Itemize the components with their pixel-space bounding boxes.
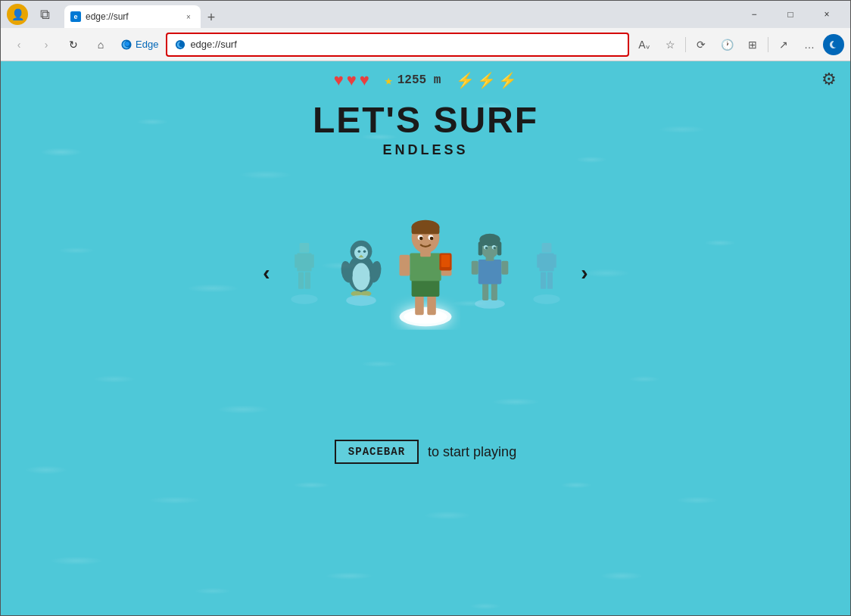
svg-rect-46 [501, 261, 508, 275]
svg-rect-6 [298, 272, 304, 288]
character-girl[interactable] [466, 232, 514, 314]
game-title: LET'S SURF [1, 99, 850, 141]
nav-tools: Aᵥ ☆ ⟳ 🕐 ⊞ ↗ … [632, 33, 844, 57]
svg-point-41 [475, 299, 505, 309]
address-favicon [175, 39, 185, 50]
svg-rect-62 [547, 272, 553, 288]
game-content[interactable]: ⚙ ♥ ♥ ♥ ★ 1255 m ⚡ ⚡ ⚡ LET'S SURF ENDLES… [1, 61, 850, 615]
svg-rect-4 [295, 254, 299, 268]
nav-divider [685, 37, 686, 52]
svg-rect-45 [472, 261, 478, 275]
tab-close-button[interactable]: × [182, 11, 195, 23]
read-aloud-button[interactable]: Aᵥ [632, 33, 656, 57]
lightning-2: ⚡ [477, 71, 496, 89]
lightning-1: ⚡ [456, 71, 475, 89]
close-button[interactable]: × [809, 2, 844, 26]
character-penguin[interactable] [338, 232, 385, 314]
svg-rect-57 [542, 243, 552, 253]
copilot-button[interactable] [823, 34, 844, 55]
svg-point-55 [485, 247, 488, 250]
svg-point-56 [494, 247, 497, 250]
address-bar[interactable]: edge://surf [166, 33, 629, 57]
browser-refresh-button[interactable]: ⟳ [689, 33, 713, 57]
window-controls: − □ × [737, 2, 844, 26]
svg-rect-2 [300, 243, 310, 253]
game-subtitle: ENDLESS [1, 142, 850, 158]
character-ghost2[interactable] [528, 240, 565, 306]
character-penguin-sprite [338, 232, 385, 314]
collections-button[interactable]: ⧉ [34, 4, 55, 25]
svg-rect-61 [541, 272, 546, 288]
edge-logo: Edge [116, 39, 163, 51]
tab-title: edge://surf [86, 11, 178, 22]
profile-icon: 👤 [11, 8, 24, 20]
svg-rect-59 [537, 254, 541, 268]
maximize-button[interactable]: □ [773, 2, 808, 26]
minimize-button[interactable]: − [737, 2, 772, 26]
svg-point-24 [404, 310, 447, 323]
svg-rect-28 [410, 254, 441, 282]
svg-rect-34 [412, 226, 440, 235]
tab-favicon: e [70, 11, 81, 22]
score-value: 1255 m [397, 73, 441, 87]
collections-icon: ⧉ [40, 7, 50, 23]
carousel-next-button[interactable]: › [569, 258, 600, 288]
hearts-display: ♥ ♥ ♥ [334, 70, 369, 90]
star-icon: ★ [385, 72, 393, 89]
title-bar: 👤 ⧉ e edge://surf × + − □ × [1, 1, 850, 28]
svg-point-16 [363, 250, 366, 253]
address-bar-container: edge://surf [166, 33, 629, 57]
svg-rect-42 [482, 282, 488, 300]
heart-3: ♥ [360, 70, 369, 90]
lightning-display: ⚡ ⚡ ⚡ [456, 71, 517, 89]
url-text: edge://surf [190, 39, 620, 50]
game-hud: ♥ ♥ ♥ ★ 1255 m ⚡ ⚡ ⚡ [1, 70, 850, 90]
browser-window: 👤 ⧉ e edge://surf × + − □ × ‹ › ↻ ⌂ [0, 0, 851, 616]
character-ghost1-sprite [286, 240, 323, 306]
history-button[interactable]: 🕐 [715, 33, 739, 57]
svg-rect-5 [309, 254, 313, 268]
extensions-button[interactable]: ⊞ [740, 33, 765, 57]
home-button[interactable]: ⌂ [89, 33, 113, 57]
tab-strip: e edge://surf × + [64, 1, 731, 28]
svg-rect-7 [305, 272, 310, 288]
back-button[interactable]: ‹ [7, 33, 31, 57]
svg-rect-60 [551, 254, 556, 268]
edge-label: Edge [136, 39, 158, 50]
svg-rect-44 [478, 260, 502, 284]
svg-rect-43 [491, 282, 497, 300]
character-ghost1[interactable] [286, 240, 323, 306]
character-carousel: ‹ [1, 213, 850, 334]
carousel-prev-button[interactable]: ‹ [251, 258, 282, 288]
new-tab-button[interactable]: + [201, 7, 222, 28]
forward-button[interactable]: › [34, 33, 58, 57]
heart-1: ♥ [334, 70, 344, 90]
svg-point-8 [291, 294, 317, 304]
heart-2: ♥ [347, 70, 357, 90]
refresh-button[interactable]: ↻ [61, 33, 86, 57]
game-title-section: LET'S SURF ENDLESS [1, 99, 850, 158]
svg-point-37 [419, 237, 423, 241]
nav-divider-2 [768, 37, 768, 52]
instruction-section: SPACEBAR to start playing [1, 440, 850, 464]
instruction-text: to start playing [428, 444, 516, 460]
svg-rect-29 [400, 255, 410, 276]
active-tab[interactable]: e edge://surf × [64, 5, 201, 28]
copilot-icon [828, 39, 840, 51]
character-girl-sprite [466, 232, 514, 314]
share-button[interactable]: ↗ [772, 33, 796, 57]
profile-button[interactable]: 👤 [7, 4, 28, 25]
svg-point-22 [346, 295, 376, 306]
favorite-button[interactable]: ☆ [658, 33, 682, 57]
svg-rect-50 [480, 238, 500, 246]
more-button[interactable]: … [797, 33, 821, 57]
character-surfer[interactable] [391, 216, 460, 330]
svg-point-10 [352, 263, 369, 291]
svg-rect-40 [441, 255, 450, 267]
svg-rect-52 [497, 242, 501, 256]
svg-point-15 [358, 250, 361, 253]
svg-point-38 [430, 237, 434, 241]
lightning-3: ⚡ [498, 71, 517, 89]
character-surfer-sprite [391, 216, 460, 330]
svg-rect-51 [478, 242, 482, 256]
